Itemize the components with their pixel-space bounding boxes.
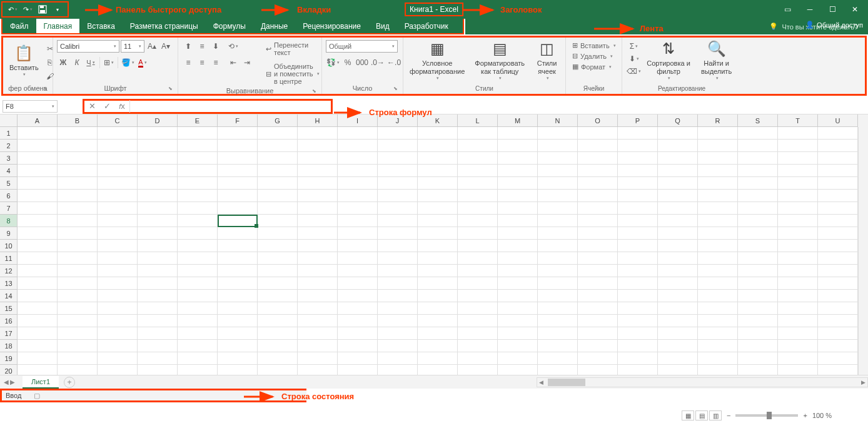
sheet-nav-prev[interactable]: ◀: [4, 379, 9, 385]
cell[interactable]: [178, 277, 218, 290]
cell[interactable]: [658, 177, 698, 190]
tab-review[interactable]: Рецензирование: [295, 19, 368, 33]
cell[interactable]: [618, 240, 658, 252]
cell[interactable]: [578, 177, 618, 190]
cell[interactable]: [338, 202, 378, 215]
cell[interactable]: [98, 302, 138, 315]
cell[interactable]: [18, 240, 58, 252]
format-as-table-button[interactable]: ▤Форматировать как таблицу▾: [470, 40, 530, 81]
cell[interactable]: [298, 127, 338, 140]
cell[interactable]: [698, 240, 738, 252]
cell[interactable]: [818, 202, 858, 215]
cell[interactable]: [138, 302, 178, 315]
cell[interactable]: [818, 277, 858, 290]
cell[interactable]: [338, 252, 378, 265]
cell[interactable]: [298, 152, 338, 165]
cell[interactable]: [418, 215, 458, 227]
cell[interactable]: [98, 202, 138, 215]
cell[interactable]: [818, 302, 858, 315]
zoom-in-button[interactable]: +: [803, 412, 807, 419]
cell[interactable]: [618, 227, 658, 240]
cell[interactable]: [458, 327, 498, 340]
cell[interactable]: [818, 352, 858, 365]
cell[interactable]: [778, 215, 818, 227]
cell[interactable]: [18, 202, 58, 215]
cell[interactable]: [98, 290, 138, 302]
cell[interactable]: [458, 290, 498, 302]
cell[interactable]: [738, 165, 778, 177]
cell[interactable]: [218, 202, 258, 215]
cell[interactable]: [778, 290, 818, 302]
cell[interactable]: [578, 365, 618, 375]
dialog-launcher-icon[interactable]: ⬊: [393, 86, 398, 91]
cell[interactable]: [138, 327, 178, 340]
cell[interactable]: [658, 340, 698, 352]
row-header[interactable]: 12: [0, 265, 18, 277]
cell[interactable]: [818, 365, 858, 375]
cell[interactable]: [498, 315, 538, 327]
enter-formula-button[interactable]: ✓: [99, 100, 114, 113]
row-header[interactable]: 7: [0, 202, 18, 215]
horizontal-scrollbar[interactable]: ◀ ▶: [537, 377, 868, 387]
cell[interactable]: [138, 127, 178, 140]
find-select-button[interactable]: 🔍Найти и выделить▾: [695, 40, 737, 81]
cell[interactable]: [778, 352, 818, 365]
cell[interactable]: [818, 140, 858, 152]
cell[interactable]: [18, 227, 58, 240]
cell[interactable]: [418, 152, 458, 165]
cell[interactable]: [738, 177, 778, 190]
cell[interactable]: [418, 290, 458, 302]
cell[interactable]: [418, 140, 458, 152]
cell[interactable]: [458, 152, 498, 165]
cell[interactable]: [258, 165, 298, 177]
align-right-button[interactable]: ≡: [209, 56, 222, 69]
cell[interactable]: [778, 127, 818, 140]
cell[interactable]: [538, 127, 578, 140]
column-header[interactable]: A: [18, 115, 58, 127]
column-header[interactable]: L: [458, 115, 498, 127]
cell[interactable]: [498, 240, 538, 252]
cell[interactable]: [618, 215, 658, 227]
bold-button[interactable]: Ж: [57, 56, 69, 69]
cell[interactable]: [818, 290, 858, 302]
cell[interactable]: [698, 265, 738, 277]
cell[interactable]: [378, 227, 418, 240]
decrease-decimal-button[interactable]: ←.0: [386, 56, 401, 69]
cell[interactable]: [98, 240, 138, 252]
cell[interactable]: [298, 265, 338, 277]
cell[interactable]: [778, 227, 818, 240]
cell[interactable]: [258, 365, 298, 375]
cell[interactable]: [58, 252, 98, 265]
cell[interactable]: [658, 127, 698, 140]
cell[interactable]: [498, 177, 538, 190]
cell[interactable]: [218, 277, 258, 290]
cell[interactable]: [138, 277, 178, 290]
cell[interactable]: [98, 152, 138, 165]
cell[interactable]: [298, 315, 338, 327]
align-center-button[interactable]: ≡: [196, 56, 208, 69]
cell[interactable]: [578, 315, 618, 327]
cell[interactable]: [418, 340, 458, 352]
cell[interactable]: [58, 352, 98, 365]
column-header[interactable]: Q: [658, 115, 698, 127]
cell[interactable]: [458, 215, 498, 227]
vertical-scrollbar[interactable]: [858, 127, 868, 375]
cell[interactable]: [498, 152, 538, 165]
cell[interactable]: [618, 165, 658, 177]
cell[interactable]: [178, 140, 218, 152]
page-break-view-button[interactable]: ▥: [709, 410, 722, 420]
cell[interactable]: [658, 227, 698, 240]
cell[interactable]: [658, 365, 698, 375]
cell[interactable]: [338, 290, 378, 302]
cell[interactable]: [178, 302, 218, 315]
cell[interactable]: [298, 302, 338, 315]
page-layout-view-button[interactable]: ▤: [695, 410, 708, 420]
cell[interactable]: [738, 252, 778, 265]
cell[interactable]: [58, 277, 98, 290]
cell[interactable]: [298, 277, 338, 290]
cell[interactable]: [578, 327, 618, 340]
spreadsheet-grid[interactable]: ABCDEFGHIJKLMNOPQRSTU 123456789101112131…: [0, 115, 868, 375]
cell[interactable]: [98, 127, 138, 140]
cell[interactable]: [58, 315, 98, 327]
decrease-font-button[interactable]: A▾: [159, 40, 172, 53]
